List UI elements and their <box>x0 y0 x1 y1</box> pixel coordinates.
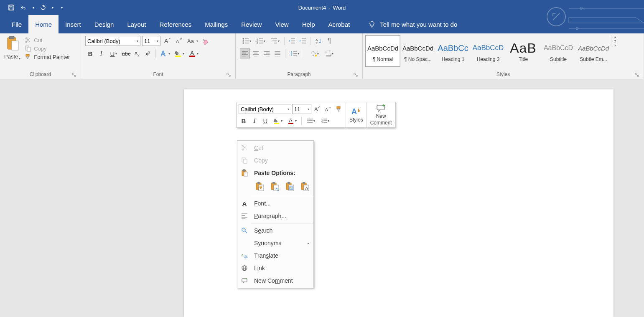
highlight-button[interactable]: ▾ <box>173 48 186 58</box>
font-icon: A <box>241 200 248 207</box>
mini-highlight[interactable]: ▾ <box>271 116 285 126</box>
font-size-combo[interactable]: 11▾ <box>142 36 160 46</box>
ctx-paste-options-label: Paste Options: <box>237 167 313 179</box>
redo-icon[interactable] <box>39 4 47 11</box>
copy-button[interactable]: Copy <box>25 45 70 52</box>
tab-review[interactable]: Review <box>234 15 268 33</box>
title-bar: ▾ ▾ ▾ Document4 - Word <box>0 0 644 15</box>
ctx-cut[interactable]: CuCutt <box>237 142 313 154</box>
paste-picture[interactable] <box>284 181 296 193</box>
mini-size-combo[interactable]: 11▾ <box>292 104 311 114</box>
paste-button[interactable]: Paste▾ <box>3 35 22 61</box>
bold-button[interactable]: B <box>85 48 95 58</box>
paste-text-only[interactable]: A <box>299 181 311 193</box>
tab-home[interactable]: Home <box>28 15 59 33</box>
styles-launcher-icon[interactable] <box>634 72 639 77</box>
styles-scroll-up[interactable]: ▴ <box>611 35 619 39</box>
shrink-font-button[interactable]: A <box>174 36 184 46</box>
borders-button[interactable]: ▾ <box>323 48 336 58</box>
undo-dropdown-icon[interactable]: ▾ <box>33 6 34 10</box>
ctx-font[interactable]: A Font... <box>237 197 313 210</box>
styles-more-button[interactable]: ▾ <box>611 43 619 47</box>
tab-design[interactable]: Design <box>88 15 121 33</box>
mini-styles-button[interactable]: A Styles <box>346 102 367 127</box>
show-marks-button[interactable]: ¶ <box>324 36 334 46</box>
line-spacing-button[interactable]: ▾ <box>288 48 301 58</box>
style-item[interactable]: AaBTitle <box>506 35 541 67</box>
align-center-button[interactable] <box>251 48 261 58</box>
underline-button[interactable]: U▾ <box>107 48 120 58</box>
justify-button[interactable] <box>272 48 283 58</box>
mini-new-comment-button[interactable]: + New Comment <box>367 102 395 127</box>
tab-mailings[interactable]: Mailings <box>198 15 234 33</box>
style-item[interactable]: AaBbCcDd¶ No Spac... <box>400 35 435 67</box>
ctx-copy[interactable]: Copy <box>237 154 313 167</box>
qat-customize-icon[interactable]: ▾ <box>61 6 63 10</box>
sort-button[interactable]: AZ <box>313 36 323 46</box>
mini-shrink-font[interactable]: A <box>323 104 333 114</box>
font-launcher-icon[interactable] <box>226 72 231 77</box>
tab-layout[interactable]: Layout <box>120 15 153 33</box>
svg-rect-98 <box>272 182 275 184</box>
ctx-translate[interactable]: a字 Translate <box>237 249 313 262</box>
mini-numbering[interactable]: 123▾ <box>318 116 332 126</box>
mini-underline[interactable]: U <box>260 116 270 126</box>
style-item[interactable]: AaBbCcHeading 1 <box>435 35 471 67</box>
style-item[interactable]: AaBbCcDdSubtle Em... <box>576 35 611 67</box>
style-item[interactable]: AaBbCcDHeading 2 <box>471 35 506 67</box>
mini-bullets[interactable]: ▾ <box>304 116 318 126</box>
numbering-button[interactable]: 123▾ <box>254 36 267 46</box>
svg-point-104 <box>290 187 291 188</box>
grow-font-button[interactable]: A <box>162 36 172 46</box>
strikethrough-button[interactable]: abc <box>121 48 131 58</box>
shrink-font-icon: A <box>175 37 183 45</box>
tab-view[interactable]: View <box>268 15 295 33</box>
ctx-search[interactable]: Search <box>237 224 313 237</box>
ctx-new-comment[interactable]: + New Comment <box>237 274 313 287</box>
mini-font-color[interactable]: A▾ <box>285 116 299 126</box>
bullets-button[interactable]: ▾ <box>240 36 253 46</box>
superscript-button[interactable]: x2 <box>143 48 153 58</box>
tab-insert[interactable]: Insert <box>59 15 88 33</box>
paste-keep-source[interactable] <box>254 181 266 193</box>
change-case-button[interactable]: Aa▾ <box>186 36 199 46</box>
tab-file[interactable]: File <box>5 15 28 33</box>
mini-font-combo[interactable]: Calibri (Body)▾ <box>239 104 291 114</box>
svg-text:字: 字 <box>244 255 248 259</box>
tell-me-search[interactable]: Tell me what you want to do <box>356 15 464 33</box>
save-icon[interactable] <box>8 4 15 11</box>
align-left-button[interactable] <box>240 48 250 58</box>
ctx-paragraph[interactable]: Paragraph... <box>237 210 313 222</box>
shading-button[interactable]: ▾ <box>307 48 322 58</box>
mini-italic[interactable]: I <box>249 116 260 126</box>
mini-format-painter[interactable] <box>334 104 344 114</box>
redo-dropdown-icon[interactable]: ▾ <box>52 6 53 10</box>
style-item[interactable]: AaBbCcDd¶ Normal <box>365 35 400 67</box>
font-name-combo[interactable]: Calibri (Body)▾ <box>85 36 140 46</box>
styles-scroll-down[interactable]: ▾ <box>611 39 619 43</box>
increase-indent-button[interactable] <box>298 36 308 46</box>
decrease-indent-button[interactable] <box>287 36 297 46</box>
tab-acrobat[interactable]: Acrobat <box>322 15 357 33</box>
svg-rect-19 <box>175 56 181 57</box>
mini-grow-font[interactable]: A <box>312 104 322 114</box>
style-item[interactable]: AaBbCcDSubtitle <box>541 35 576 67</box>
clipboard-launcher-icon[interactable] <box>71 72 76 77</box>
text-effects-button[interactable]: A▾ <box>158 48 172 58</box>
multilevel-list-button[interactable]: ▾ <box>268 36 282 46</box>
subscript-button[interactable]: x2 <box>132 48 142 58</box>
mini-bold[interactable]: B <box>239 116 249 126</box>
ctx-link[interactable]: Link <box>237 262 313 274</box>
paragraph-launcher-icon[interactable] <box>353 72 358 77</box>
ctx-synonyms[interactable]: Synonyms ▸ <box>237 237 313 249</box>
tab-references[interactable]: References <box>153 15 198 33</box>
paste-merge[interactable] <box>269 181 281 193</box>
font-color-button[interactable]: A▾ <box>187 48 200 58</box>
align-right-button[interactable] <box>262 48 272 58</box>
clear-formatting-button[interactable]: A <box>201 36 211 46</box>
italic-button[interactable]: I <box>96 48 106 58</box>
tab-help[interactable]: Help <box>295 15 322 33</box>
cut-button[interactable]: Cut <box>25 37 70 43</box>
undo-icon[interactable] <box>20 4 28 11</box>
format-painter-button[interactable]: Format Painter <box>25 53 70 60</box>
